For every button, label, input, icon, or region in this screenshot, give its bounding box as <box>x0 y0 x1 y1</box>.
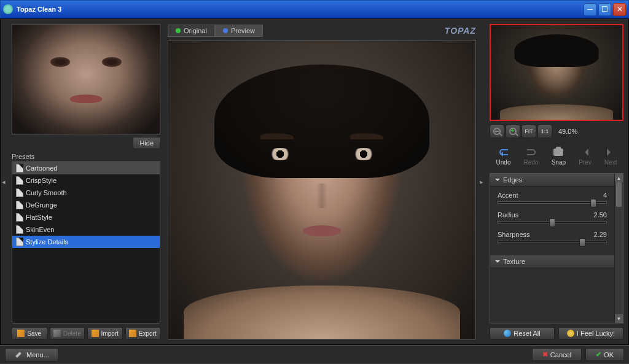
zoom-fit-button[interactable]: FIT <box>522 125 536 138</box>
export-preset-button[interactable]: Export <box>125 327 161 339</box>
preset-item-skineven[interactable]: SkinEven <box>12 223 160 236</box>
sharpness-slider[interactable] <box>498 241 607 243</box>
preset-label: CrispStyle <box>26 177 57 184</box>
titlebar: Topaz Clean 3 ─ ☐ ✕ <box>0 0 629 18</box>
slider-handle[interactable] <box>579 238 585 247</box>
delete-label: Delete <box>63 330 81 337</box>
right-panel: FIT 1:1 49.0% Undo Redo Snap Prev Next E… <box>485 19 628 344</box>
cancel-button[interactable]: ✖Cancel <box>532 348 582 361</box>
slider-accent: Accent4 <box>498 192 607 204</box>
left-collapse-handle[interactable]: ◂ <box>1 19 7 344</box>
cube-icon <box>17 330 25 337</box>
close-button[interactable]: ✕ <box>613 3 626 16</box>
export-label: Export <box>139 330 157 337</box>
left-panel: Hide Presets Cartooned CrispStyle Curly … <box>7 19 165 344</box>
right-collapse-handle[interactable]: ▸ <box>479 19 485 344</box>
magnify-plus-icon <box>509 128 517 135</box>
cube-icon <box>92 330 99 337</box>
redo-label: Redo <box>524 159 539 166</box>
preset-buttons: Save Delete Import Export <box>12 327 160 339</box>
zoom-1to1-button[interactable]: 1:1 <box>537 125 552 138</box>
view-tabs: Original Preview TOPAZ <box>168 24 476 37</box>
import-preset-button[interactable]: Import <box>87 327 123 339</box>
scroll-up-button[interactable]: ▲ <box>615 174 623 182</box>
save-label: Save <box>27 330 41 337</box>
accent-slider[interactable] <box>498 201 607 204</box>
preset-item-curlysmooth[interactable]: Curly Smooth <box>12 187 160 199</box>
main-preview-image[interactable] <box>168 40 476 339</box>
section-edges-header[interactable]: Edges <box>490 174 614 187</box>
menu-button[interactable]: Menu... <box>5 348 58 362</box>
texture-title: Texture <box>503 258 525 265</box>
feel-lucky-button[interactable]: I Feel Lucky! <box>558 327 623 339</box>
hide-button-label: Hide <box>139 139 154 147</box>
footer: Menu... ✖Cancel ✔OK <box>0 345 629 363</box>
app-icon <box>3 4 13 14</box>
preset-label: Stylize Details <box>26 238 68 246</box>
section-texture-header[interactable]: Texture <box>490 255 614 268</box>
snap-button[interactable]: Snap <box>552 147 566 166</box>
edges-sliders: Accent4 Radius2.50 Sharpness2.29 <box>490 187 614 255</box>
preset-item-degrunge[interactable]: DeGrunge <box>12 199 160 211</box>
minimize-button[interactable]: ─ <box>584 3 596 16</box>
document-icon <box>16 238 23 246</box>
snap-label: Snap <box>552 159 566 166</box>
preset-label: DeGrunge <box>26 201 57 209</box>
fit-label: FIT <box>525 128 533 134</box>
magnify-minus-icon <box>493 128 501 135</box>
preset-label: SkinEven <box>26 226 54 233</box>
preset-item-flatstyle[interactable]: FlatStyle <box>12 211 160 223</box>
hide-button[interactable]: Hide <box>133 137 160 149</box>
window-controls: ─ ☐ ✕ <box>584 3 626 16</box>
sharpness-value: 2.29 <box>594 231 607 238</box>
center-panel: Original Preview TOPAZ <box>165 19 479 344</box>
maximize-button[interactable]: ☐ <box>598 3 611 16</box>
camera-icon <box>553 149 563 156</box>
delete-preset-button[interactable]: Delete <box>50 327 85 339</box>
document-icon <box>16 213 23 222</box>
green-dot-icon <box>176 28 181 33</box>
zoom-in-button[interactable] <box>506 125 520 138</box>
action-row: Undo Redo Snap Prev Next <box>490 144 623 168</box>
preset-label: FlatStyle <box>26 214 52 221</box>
tab-preview-label: Preview <box>231 27 255 34</box>
tab-original[interactable]: Original <box>168 25 215 37</box>
scroll-thumb[interactable] <box>616 182 622 207</box>
tab-original-label: Original <box>184 27 207 34</box>
preset-item-crispstyle[interactable]: CrispStyle <box>12 174 160 187</box>
presets-label: Presets <box>12 153 160 160</box>
triangle-left-icon <box>581 149 588 156</box>
radius-value: 2.50 <box>594 211 607 219</box>
cancel-label: Cancel <box>550 351 571 358</box>
ok-button[interactable]: ✔OK <box>585 348 624 361</box>
navigator-thumbnail[interactable] <box>490 24 623 121</box>
radius-slider[interactable] <box>498 221 607 223</box>
preset-item-stylizedetails[interactable]: Stylize Details <box>12 236 160 248</box>
next-button: Next <box>604 147 617 166</box>
save-preset-button[interactable]: Save <box>12 327 47 339</box>
preset-label: Cartooned <box>26 165 57 172</box>
preset-list[interactable]: Cartooned CrispStyle Curly Smooth DeGrun… <box>12 161 160 323</box>
window-title: Topaz Clean 3 <box>17 6 584 13</box>
document-icon <box>16 164 23 172</box>
redo-button: Redo <box>524 147 539 166</box>
undo-button[interactable]: Undo <box>496 147 511 166</box>
preset-item-cartooned[interactable]: Cartooned <box>12 162 160 174</box>
scroll-down-button[interactable]: ▼ <box>615 314 623 323</box>
slider-handle[interactable] <box>590 199 596 207</box>
radius-label: Radius <box>498 211 518 219</box>
zoom-out-button[interactable] <box>490 125 504 138</box>
next-label: Next <box>604 159 617 166</box>
tab-preview[interactable]: Preview <box>215 25 263 37</box>
preset-preview-thumb <box>12 24 160 134</box>
topaz-logo: TOPAZ <box>445 26 476 36</box>
document-icon <box>16 176 23 185</box>
prev-button: Prev <box>579 147 592 166</box>
document-icon <box>16 188 23 197</box>
reset-all-button[interactable]: Reset All <box>490 327 555 339</box>
cube-icon <box>53 330 61 337</box>
import-label: Import <box>101 330 119 337</box>
slider-handle[interactable] <box>549 219 555 227</box>
lucky-label: I Feel Lucky! <box>577 330 615 337</box>
params-scrollbar[interactable]: ▲ ▼ <box>614 174 623 323</box>
